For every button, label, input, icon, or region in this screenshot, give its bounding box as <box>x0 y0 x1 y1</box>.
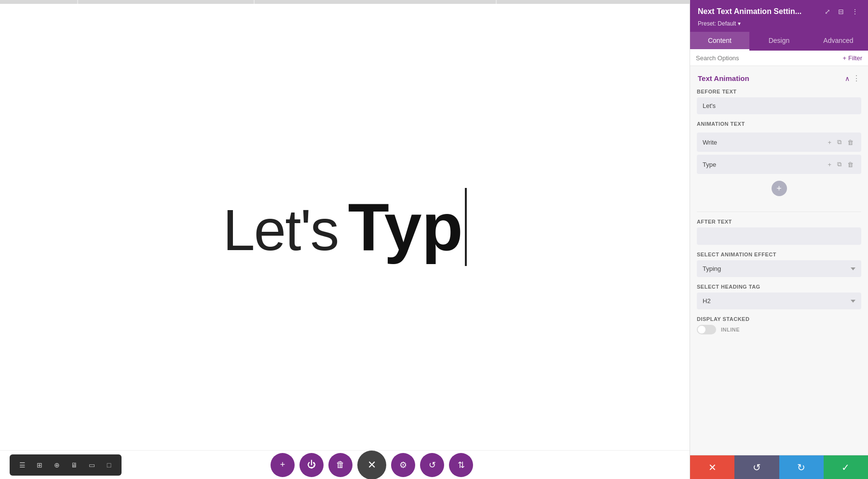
top-segment-1 <box>0 0 77 4</box>
add-btn[interactable]: + <box>271 453 295 477</box>
canvas-content: Let's Typ <box>0 4 690 450</box>
display-stacked-label: Display Stacked <box>697 316 861 322</box>
before-text-group: Before Text <box>690 89 868 121</box>
section-actions: ∧ ⋮ <box>845 74 860 83</box>
after-text-group: After Text <box>690 219 868 252</box>
tab-design[interactable]: Design <box>749 32 809 51</box>
filter-btn[interactable]: + Filter <box>843 54 862 62</box>
filter-label: Filter <box>848 54 862 62</box>
filter-icon: + <box>843 54 847 62</box>
select-animation-group: Select Animation Effect Typing Fade Slid… <box>690 252 868 284</box>
panel-columns-icon[interactable]: ⊟ <box>836 7 846 16</box>
item-delete-type-btn[interactable]: 🗑 <box>845 160 855 169</box>
bottom-center-tools: + ⏻ 🗑 ✕ ⚙ ↺ ⇅ <box>271 451 473 479</box>
close-btn[interactable]: ✕ <box>357 451 386 479</box>
layout-btn[interactable]: ⇅ <box>449 453 473 477</box>
select-heading-group: Select Heading Tag H2 H1 H3 H4 H5 H6 <box>690 284 868 316</box>
item-actions-write: + ⧉ 🗑 <box>826 137 855 147</box>
item-copy-type-btn[interactable]: ⧉ <box>835 160 843 169</box>
animation-items: Write + ⧉ 🗑 Type + ⧉ 🗑 <box>690 133 868 174</box>
animation-item-text-type: Type <box>703 161 826 168</box>
select-heading-label: Select Heading Tag <box>697 284 861 290</box>
animation-text-label-group: Animation Text <box>690 121 868 133</box>
power-btn[interactable]: ⏻ <box>299 453 324 477</box>
top-segment-4 <box>497 0 690 4</box>
undo-icon: ↺ <box>753 462 761 473</box>
panel-body: Text Animation ∧ ⋮ Before Text Animation… <box>690 66 868 455</box>
divider-1 <box>697 212 861 212</box>
tool-menu-btn[interactable]: ☰ <box>15 458 29 472</box>
item-add-write-btn[interactable]: + <box>826 138 833 147</box>
tool-grid-btn[interactable]: ⊞ <box>33 458 46 472</box>
delete-btn[interactable]: 🗑 <box>328 453 353 477</box>
save-icon: ✓ <box>841 462 850 473</box>
animation-item-type: Type + ⧉ 🗑 <box>697 155 861 174</box>
before-text-label: Before Text <box>697 89 861 94</box>
panel-search: + Filter <box>690 51 868 66</box>
canvas-area: Let's Typ ☰ ⊞ ⊕ 🖥 ▭ □ + ⏻ 🗑 ✕ ⚙ ↺ ⇅ <box>0 0 690 479</box>
toggle-row: INLINE <box>697 325 861 334</box>
search-input[interactable] <box>696 54 839 62</box>
panel-actions: ✕ ↺ ↻ ✓ <box>690 455 868 479</box>
undo-action-btn[interactable]: ↺ <box>734 455 779 479</box>
item-copy-write-btn[interactable]: ⧉ <box>835 137 843 147</box>
settings-btn[interactable]: ⚙ <box>391 453 415 477</box>
stacked-toggle-label: INLINE <box>721 327 740 333</box>
select-animation-label: Select Animation Effect <box>697 252 861 257</box>
item-delete-write-btn[interactable]: 🗑 <box>845 138 855 147</box>
top-segment-3 <box>255 0 496 4</box>
bottom-left-tools: ☰ ⊞ ⊕ 🖥 ▭ □ <box>10 454 122 476</box>
animation-item-text-write: Write <box>703 139 826 146</box>
select-animation-effect[interactable]: Typing Fade Slide Bounce <box>697 260 861 277</box>
panel-more-icon[interactable]: ⋮ <box>850 7 860 16</box>
stacked-toggle[interactable] <box>697 325 716 334</box>
tool-search-btn[interactable]: ⊕ <box>50 458 64 472</box>
before-text-input[interactable] <box>697 97 861 114</box>
cancel-action-btn[interactable]: ✕ <box>690 455 734 479</box>
panel-preset[interactable]: Preset: Default <box>698 20 860 27</box>
section-header: Text Animation ∧ ⋮ <box>690 66 868 89</box>
typing-text: Let's Typ <box>223 188 467 266</box>
cancel-icon: ✕ <box>708 462 717 473</box>
save-action-btn[interactable]: ✓ <box>824 455 868 479</box>
add-animation-item-btn[interactable]: + <box>772 181 787 196</box>
section-title: Text Animation <box>698 74 749 82</box>
animation-text-label: Animation Text <box>697 121 861 127</box>
select-heading-tag[interactable]: H2 H1 H3 H4 H5 H6 <box>697 293 861 309</box>
item-add-type-btn[interactable]: + <box>826 160 833 169</box>
panel-title: Next Text Animation Settin... <box>698 7 823 16</box>
panel-header: Next Text Animation Settin... ⤢ ⊟ ⋮ Pres… <box>690 0 868 32</box>
tab-content[interactable]: Content <box>690 32 749 51</box>
text-lets: Let's <box>223 197 339 263</box>
after-text-label: After Text <box>697 219 861 225</box>
bottom-toolbar: ☰ ⊞ ⊕ 🖥 ▭ □ + ⏻ 🗑 ✕ ⚙ ↺ ⇅ <box>0 450 690 479</box>
undo-canvas-btn[interactable]: ↺ <box>420 453 444 477</box>
display-stacked-group: Display Stacked INLINE <box>690 316 868 341</box>
redo-action-btn[interactable]: ↻ <box>779 455 824 479</box>
canvas-top-bar <box>0 0 690 4</box>
tool-desktop-btn[interactable]: 🖥 <box>68 458 81 472</box>
after-text-input[interactable] <box>697 227 861 245</box>
animation-item-write: Write + ⧉ 🗑 <box>697 133 861 152</box>
panel-tabs: Content Design Advanced <box>690 32 868 51</box>
section-more-btn[interactable]: ⋮ <box>853 74 860 83</box>
tool-tablet-btn[interactable]: ▭ <box>85 458 98 472</box>
tool-mobile-btn[interactable]: □ <box>102 458 116 472</box>
text-typ: Typ <box>348 188 467 266</box>
right-panel: Next Text Animation Settin... ⤢ ⊟ ⋮ Pres… <box>690 0 868 479</box>
item-actions-type: + ⧉ 🗑 <box>826 160 855 169</box>
redo-icon: ↻ <box>797 462 805 473</box>
tab-advanced[interactable]: Advanced <box>809 32 868 51</box>
add-item-row: + <box>690 179 868 204</box>
panel-header-icons: ⤢ ⊟ ⋮ <box>823 7 860 16</box>
panel-expand-icon[interactable]: ⤢ <box>823 7 832 16</box>
panel-title-row: Next Text Animation Settin... ⤢ ⊟ ⋮ <box>698 7 860 16</box>
top-segment-2 <box>78 0 254 4</box>
section-collapse-btn[interactable]: ∧ <box>845 75 850 82</box>
